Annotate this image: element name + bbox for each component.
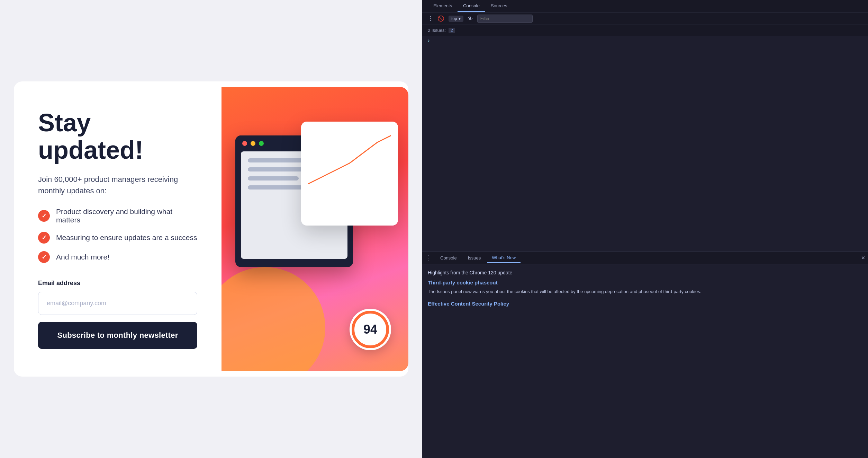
issues-bar: 2 Issues: 2 <box>422 25 868 36</box>
devtools-toolbar: ⋮ 🚫 top ▾ 👁 <box>422 12 868 25</box>
page-area: Stay updated! Join 60,000+ product manag… <box>0 0 422 458</box>
line-chart <box>308 129 391 191</box>
list-item: Product discovery and building what matt… <box>38 208 197 224</box>
tab-whats-new[interactable]: What's New <box>487 253 521 263</box>
card-right: 94 <box>221 87 408 371</box>
card-left: Stay updated! Join 60,000+ product manag… <box>14 81 221 377</box>
background-blob <box>221 267 325 371</box>
more-options-icon[interactable]: ⋮ <box>425 254 431 262</box>
illustration-background: 94 <box>221 87 408 371</box>
email-input[interactable] <box>38 292 197 315</box>
top-label: top <box>451 16 457 21</box>
list-item: Measuring to ensure updates are a succes… <box>38 232 197 244</box>
context-selector[interactable]: top ▾ <box>449 16 463 22</box>
bottom-tabs-bar: ⋮ Console Issues What's New ✕ <box>422 252 868 264</box>
email-label: Email address <box>38 280 197 287</box>
tab-console[interactable]: Console <box>458 0 485 12</box>
whats-new-intro: Highlights from the Chrome 120 update <box>428 270 862 275</box>
subscribe-button[interactable]: Subscribe to monthly newsletter <box>38 322 197 349</box>
content-line <box>248 176 299 180</box>
dot-green <box>259 141 264 146</box>
check-icon-3 <box>38 251 50 263</box>
devtools-panel: Elements Console Sources ⋮ 🚫 top ▾ 👁 2 I… <box>422 0 868 458</box>
devtools-topbar: Elements Console Sources <box>422 0 868 12</box>
dropdown-arrow: ▾ <box>459 16 461 21</box>
issues-badge[interactable]: 2 <box>449 28 455 33</box>
newsletter-card: Stay updated! Join 60,000+ product manag… <box>14 81 408 377</box>
tab-sources[interactable]: Sources <box>485 0 513 12</box>
tab-issues[interactable]: Issues <box>463 253 486 263</box>
eye-icon[interactable]: 👁 <box>468 16 473 22</box>
page-subtitle: Join 60,000+ product managers receiving … <box>38 174 197 196</box>
close-panel-button[interactable]: ✕ <box>861 255 865 261</box>
feature-1: Product discovery and building what matt… <box>56 208 197 224</box>
score-number: 94 <box>363 322 377 337</box>
feature-2: Measuring to ensure updates are a succes… <box>56 234 197 242</box>
console-arrow: › <box>422 36 868 45</box>
check-icon-2 <box>38 232 50 244</box>
section-2-title[interactable]: Effective Content Security Policy <box>428 301 862 307</box>
issues-label: 2 Issues: <box>428 28 446 33</box>
score-badge: 94 <box>350 309 391 350</box>
dot-red <box>242 141 247 146</box>
console-area <box>422 45 868 252</box>
filter-input[interactable] <box>477 15 533 23</box>
score-ring: 94 <box>352 311 389 348</box>
dot-yellow <box>251 141 255 146</box>
tab-elements[interactable]: Elements <box>428 0 458 12</box>
settings-icon[interactable]: ⋮ <box>428 15 433 22</box>
whats-new-content: Highlights from the Chrome 120 update Th… <box>422 264 868 458</box>
section-1-title[interactable]: Third-party cookie phaseout <box>428 280 862 285</box>
check-icon-1 <box>38 210 50 222</box>
feature-3: And much more! <box>56 253 109 261</box>
analytics-card <box>301 122 398 226</box>
tab-console-bottom[interactable]: Console <box>435 253 462 263</box>
block-icon[interactable]: 🚫 <box>437 15 444 22</box>
features-list: Product discovery and building what matt… <box>38 208 197 263</box>
list-item: And much more! <box>38 251 197 263</box>
section-1-text: The Issues panel now warns you about the… <box>428 288 862 296</box>
chart-area <box>308 129 391 198</box>
page-title: Stay updated! <box>38 109 197 164</box>
devtools-bottom-panel: ⋮ Console Issues What's New ✕ Highlights… <box>422 252 868 458</box>
